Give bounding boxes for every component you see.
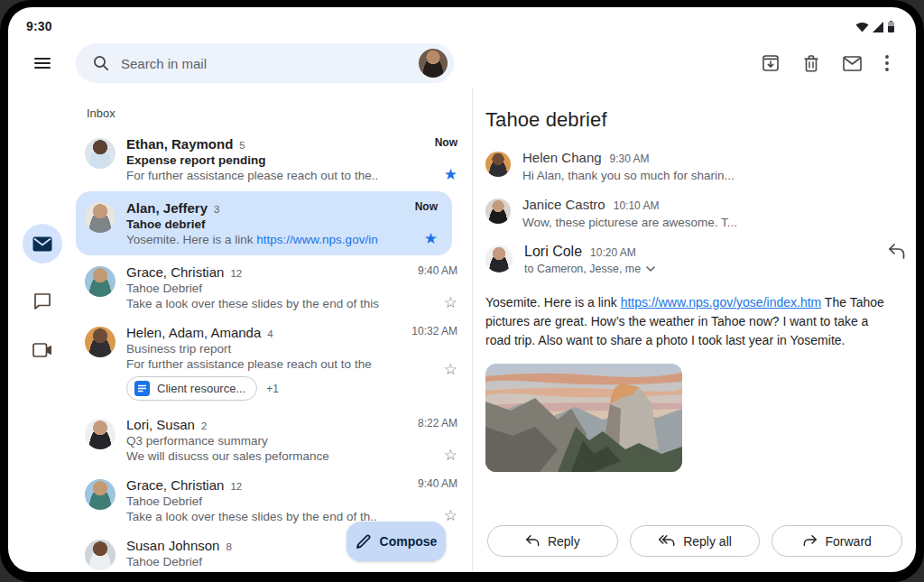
star-icon[interactable]: ☆ — [444, 363, 457, 377]
yosemite-photo[interactable] — [485, 364, 682, 472]
sender-name: Helen, Adam, Amanda — [126, 325, 261, 340]
archive-button[interactable] — [762, 54, 780, 72]
nav-meet-tab[interactable] — [32, 339, 53, 361]
thread-count: 12 — [230, 481, 242, 492]
sender-name: Grace, Christian — [126, 264, 224, 280]
chevron-down-icon — [646, 266, 655, 272]
email-snippet: Take a look over these slides by the end… — [126, 297, 438, 310]
sender-avatar — [485, 199, 511, 224]
snippet-link: https://www.nps.gov/in — [256, 233, 377, 246]
sender-avatar[interactable] — [85, 138, 116, 169]
cellular-icon — [873, 22, 884, 32]
email-subject: Q3 performance summary — [126, 434, 438, 448]
collapsed-message[interactable]: Helen Chang9:30 AM Hi Alan, thank you so… — [485, 150, 902, 182]
email-row[interactable]: Ethan, Raymond5 Expense report pending F… — [76, 129, 472, 189]
email-row[interactable]: Lori, Susan2 Q3 performance summary We w… — [76, 410, 472, 470]
sender-name: Ethan, Raymond — [126, 136, 233, 152]
collapsed-message[interactable]: Janice Castro10:10 AM Wow, these picture… — [485, 197, 902, 229]
compose-button[interactable]: Compose — [346, 522, 446, 561]
sender-avatar[interactable] — [85, 479, 116, 510]
conversation-list-pane: Inbox Ethan, Raymond5 Expense report pen… — [76, 88, 472, 572]
thread-count: 5 — [239, 140, 245, 151]
message-sender: Janice Castro — [522, 197, 605, 212]
video-camera-icon — [32, 343, 52, 357]
document-icon — [134, 381, 150, 396]
reply-all-button[interactable]: Reply all — [630, 525, 761, 557]
sender-avatar — [485, 245, 513, 273]
email-time: Now — [415, 200, 438, 213]
email-subject: Expense report pending — [126, 153, 438, 167]
search-bar[interactable]: Search in mail — [76, 43, 454, 83]
battery-icon — [888, 21, 894, 32]
sender-name: Grace, Christian — [126, 477, 224, 493]
inbox-label: Inbox — [87, 106, 472, 120]
star-icon[interactable]: ☆ — [444, 448, 457, 463]
reply-arrow-icon — [525, 535, 540, 548]
sender-avatar[interactable] — [85, 202, 116, 233]
mark-unread-button[interactable] — [843, 56, 862, 71]
email-subject: Tahoe Debrief — [126, 282, 438, 295]
message-time: 10:20 AM — [590, 246, 636, 259]
email-row-selected[interactable]: Alan, Jeffery3 Tahoe debrief Yosemite. H… — [76, 191, 452, 255]
expanded-message-header[interactable]: Lori Cole10:20 AM to Cameron, Jesse, me — [485, 244, 902, 275]
app-header: Search in mail — [8, 38, 916, 88]
hamburger-menu-icon[interactable] — [34, 55, 51, 71]
attachment-name: Client resource... — [157, 382, 245, 395]
delete-button[interactable] — [803, 54, 819, 72]
nav-chat-tab[interactable] — [32, 291, 53, 312]
reply-all-arrow-icon — [658, 535, 675, 548]
thread-detail-pane: Tahoe debrief Helen Chang9:30 AM Hi Alan… — [473, 88, 916, 572]
message-body: Yosemite. Here is a link https://www.nps… — [485, 293, 893, 350]
thread-count: 4 — [267, 328, 273, 339]
reply-label: Reply — [548, 534, 580, 549]
account-avatar[interactable] — [419, 49, 448, 78]
star-icon[interactable]: ★ — [444, 168, 457, 182]
chat-icon — [33, 292, 51, 310]
reply-icon[interactable] — [888, 244, 905, 263]
sender-avatar[interactable] — [85, 266, 116, 297]
more-options-icon[interactable] — [885, 55, 889, 71]
email-time: 8:22 AM — [418, 417, 457, 430]
sender-avatar — [485, 152, 511, 177]
wifi-icon — [855, 22, 869, 32]
email-time: 9:40 AM — [418, 477, 457, 490]
star-icon[interactable]: ☆ — [444, 296, 457, 310]
forward-arrow-icon — [803, 535, 818, 548]
recipients-row[interactable]: to Cameron, Jesse, me — [524, 263, 655, 275]
email-subject: Business trip report — [126, 342, 438, 356]
email-snippet: For further assistance please reach out … — [126, 169, 438, 182]
mail-icon — [32, 236, 52, 252]
message-sender: Helen Chang — [522, 150, 602, 165]
status-icons — [855, 21, 894, 32]
search-input[interactable]: Search in mail — [121, 56, 419, 71]
attachment-more-count[interactable]: +1 — [266, 383, 279, 395]
status-bar: 9:30 — [8, 7, 916, 38]
sender-avatar[interactable] — [85, 327, 116, 357]
message-recipients: to Cameron, Jesse, me — [524, 263, 641, 275]
thread-title: Tahoe debrief — [485, 108, 902, 132]
nav-mail-tab[interactable] — [23, 224, 62, 263]
body-link[interactable]: https://www.nps.gov/yose/index.htm — [621, 295, 822, 309]
nav-rail — [8, 88, 76, 572]
email-time: Now — [435, 136, 457, 149]
sender-name: Susan Johnson — [126, 538, 219, 553]
status-time: 9:30 — [26, 19, 52, 33]
forward-button[interactable]: Forward — [772, 525, 902, 557]
reply-button[interactable]: Reply — [487, 525, 618, 557]
attachment-chip[interactable]: Client resource... — [126, 376, 257, 401]
message-time: 9:30 AM — [610, 152, 650, 165]
forward-label: Forward — [826, 534, 872, 549]
tablet-device-frame: 9:30 Search in mail — [0, 0, 924, 582]
star-icon[interactable]: ☆ — [444, 509, 457, 523]
email-row[interactable]: Grace, Christian12 Tahoe Debrief Take a … — [76, 257, 472, 318]
email-row[interactable]: Helen, Adam, Amanda4 Business trip repor… — [76, 318, 472, 410]
message-time: 10:10 AM — [614, 199, 660, 212]
message-snippet: Hi Alan, thank you so much for sharin... — [522, 169, 735, 182]
star-icon[interactable]: ★ — [424, 232, 438, 246]
sender-avatar[interactable] — [85, 540, 116, 570]
email-snippet: Yosemite. Here is a link https://www.nps… — [126, 233, 418, 246]
message-actions: Reply Reply all Forward — [487, 525, 902, 557]
email-subject: Tahoe Debrief — [126, 494, 438, 508]
email-time: 10:32 AM — [411, 325, 457, 337]
sender-avatar[interactable] — [85, 419, 116, 449]
